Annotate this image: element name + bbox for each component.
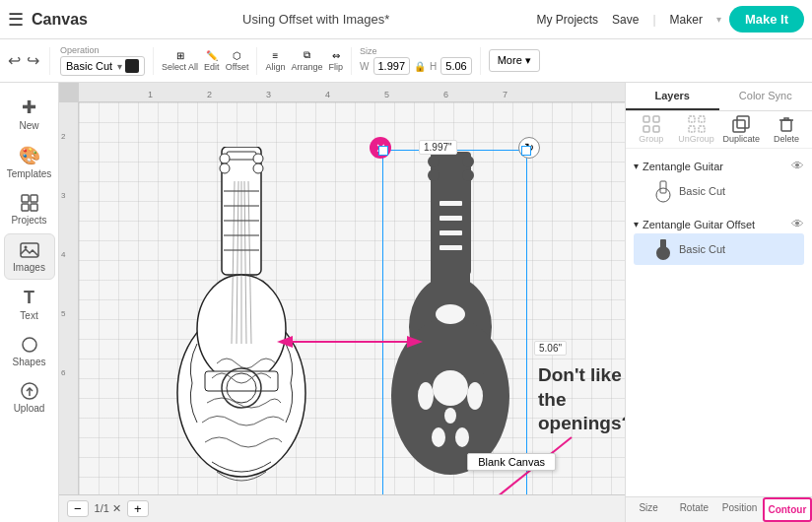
sidebar-item-templates-label: Templates: [7, 168, 52, 179]
sidebar-item-shapes[interactable]: Shapes: [4, 329, 55, 373]
h-field[interactable]: 5.06: [440, 57, 471, 75]
svg-rect-56: [653, 116, 659, 122]
bottom-tab-position[interactable]: Position: [717, 497, 763, 522]
layer-group-2: ▾ Zentangle Guitar Offset 👁 Basic Cut: [626, 211, 812, 269]
ungroup-btn[interactable]: UnGroup: [675, 115, 718, 144]
group-label: Group: [639, 134, 663, 144]
right-panel: Layers Color Sync Group UnGroup Duplicat…: [625, 83, 812, 522]
zoom-in-btn[interactable]: +: [127, 500, 149, 517]
more-btn[interactable]: More ▾: [489, 49, 540, 72]
sidebar-item-new-label: New: [19, 120, 38, 131]
shapes-icon: [20, 335, 39, 355]
selection-delete-btn[interactable]: ✕: [370, 137, 391, 159]
delete-label: Delete: [774, 134, 799, 144]
delete-icon: [778, 115, 795, 133]
svg-point-43: [432, 427, 445, 447]
svg-point-34: [462, 169, 474, 181]
offset-btn[interactable]: ⬡ Offset: [226, 50, 249, 72]
svg-rect-3: [31, 204, 37, 211]
svg-rect-2: [22, 204, 29, 211]
layer-item-2[interactable]: Basic Cut: [634, 233, 804, 265]
maker-btn[interactable]: Maker: [670, 13, 703, 27]
svg-point-44: [455, 427, 469, 447]
undo-btn[interactable]: ↩: [8, 51, 21, 70]
ruler-mark-1: 1: [148, 90, 153, 99]
svg-point-6: [23, 338, 36, 352]
duplicate-btn[interactable]: Duplicate: [720, 115, 764, 144]
templates-icon: 🎨: [19, 145, 40, 166]
svg-point-42: [467, 382, 483, 410]
edit-icon: ✏️: [206, 50, 218, 61]
topbar-divider: |: [652, 13, 655, 27]
svg-point-41: [418, 382, 434, 410]
chevron-down-icon-2: ▾: [634, 219, 639, 229]
tab-color-sync[interactable]: Color Sync: [719, 83, 813, 110]
upload-icon: [20, 381, 39, 401]
svg-point-33: [428, 169, 440, 181]
group-btn[interactable]: Group: [630, 115, 673, 144]
sidebar-item-shapes-label: Shapes: [13, 357, 46, 367]
sidebar-item-upload-label: Upload: [14, 403, 45, 414]
w-value: 1.997: [378, 60, 406, 72]
make-it-btn[interactable]: Make It: [729, 6, 804, 33]
canvas-area[interactable]: 1 2 3 4 5 6 7 2 3 4 5 6: [59, 83, 625, 522]
ruler-mark-7: 7: [503, 90, 508, 99]
panel-tabs: Layers Color Sync: [626, 83, 812, 111]
lock-icon[interactable]: 🔒: [414, 61, 426, 72]
arrange-icon: ⧉: [304, 49, 310, 61]
w-field[interactable]: 1.997: [373, 57, 411, 75]
color-swatch: [125, 59, 139, 73]
bottom-panel-tabs: Size Rotate Position Contour: [626, 496, 812, 522]
layer-group-1-header[interactable]: ▾ Zentangle Guitar 👁: [634, 157, 804, 175]
align-btn[interactable]: ≡ Align: [265, 50, 285, 72]
guitar-left: [168, 147, 315, 521]
select-all-btn[interactable]: ⊞ Select All: [162, 50, 198, 72]
sidebar-item-projects-label: Projects: [11, 215, 46, 226]
annotation-line1: Don't like: [538, 364, 622, 385]
zoom-out-btn[interactable]: −: [67, 500, 89, 517]
operation-label: Operation: [60, 45, 145, 55]
top-bar: ☰ Canvas Using Offset with Images* My Pr…: [0, 0, 812, 39]
layer-group-1: ▾ Zentangle Guitar 👁 Basic Cut: [626, 153, 812, 211]
edit-btn[interactable]: ✏️ Edit: [204, 50, 220, 72]
dim-height-label: 5.06": [534, 341, 567, 356]
my-projects-btn[interactable]: My Projects: [536, 13, 598, 27]
bottom-tab-size[interactable]: Size: [626, 497, 671, 522]
offset-label: Offset: [226, 62, 249, 72]
save-btn[interactable]: Save: [612, 13, 639, 27]
layer-group-1-eye-icon[interactable]: 👁: [791, 159, 804, 173]
left-sidebar: ✚ New 🎨 Templates Projects Images T Text…: [0, 83, 59, 522]
sidebar-item-new[interactable]: ✚ New: [4, 91, 55, 137]
svg-point-31: [428, 156, 440, 167]
flip-btn[interactable]: ⇔ Flip: [329, 50, 344, 72]
sidebar-item-images[interactable]: Images: [4, 233, 55, 280]
sidebar-item-templates[interactable]: 🎨 Templates: [4, 139, 55, 185]
arrange-btn[interactable]: ⧉ Arrange: [292, 49, 323, 72]
svg-point-11: [220, 154, 230, 163]
selection-rotate-handle[interactable]: ↻: [518, 137, 540, 159]
size-inputs: W 1.997 🔒 H 5.06: [360, 57, 472, 75]
svg-rect-46: [440, 201, 462, 206]
h-value: 5.06: [445, 60, 466, 72]
menu-icon[interactable]: ☰: [8, 9, 24, 31]
offset-icon: ⬡: [233, 50, 241, 61]
layer-group-2-eye-icon[interactable]: 👁: [791, 217, 804, 231]
operation-select[interactable]: Basic Cut ▾: [60, 56, 145, 76]
bottom-tab-contour[interactable]: Contour: [763, 497, 812, 522]
redo-btn[interactable]: ↪: [27, 51, 39, 70]
delete-btn[interactable]: Delete: [765, 115, 808, 144]
svg-rect-65: [781, 120, 791, 131]
svg-rect-48: [440, 230, 462, 235]
svg-rect-47: [440, 216, 462, 221]
w-label: W: [360, 61, 369, 72]
sidebar-item-upload[interactable]: Upload: [4, 375, 55, 420]
sidebar-item-text[interactable]: T Text: [4, 282, 55, 327]
annotation-text: Don't like the openings?: [538, 363, 625, 436]
projects-icon: [20, 193, 39, 213]
bottom-tab-rotate[interactable]: Rotate: [671, 497, 716, 522]
layer-item-1[interactable]: Basic Cut: [634, 175, 804, 207]
sidebar-item-projects[interactable]: Projects: [4, 187, 55, 231]
layer-group-2-header[interactable]: ▾ Zentangle Guitar Offset 👁: [634, 215, 804, 233]
tab-layers[interactable]: Layers: [626, 83, 719, 110]
ruler-mark-y3: 3: [61, 191, 65, 200]
